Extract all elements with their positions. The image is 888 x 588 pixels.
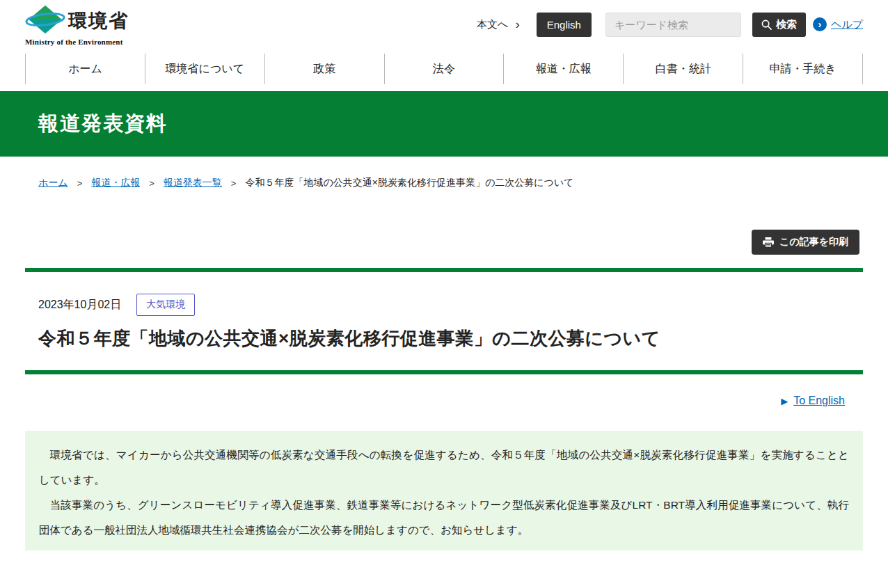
- category-badge[interactable]: 大気環境: [136, 294, 195, 316]
- breadcrumb-separator: >: [231, 178, 237, 189]
- nav-item-laws[interactable]: 法令: [384, 54, 504, 84]
- breadcrumb-separator: >: [149, 178, 154, 189]
- moe-logo-icon: [25, 3, 65, 39]
- chevron-right-icon: ›: [515, 17, 519, 31]
- site-header: 環境省 Ministry of the Environment 本文へ › En…: [0, 0, 888, 49]
- nav-item-policy[interactable]: 政策: [264, 54, 384, 84]
- article-meta: 2023年10月02日 大気環境: [38, 294, 863, 316]
- help-link-label: ヘルプ: [831, 18, 863, 31]
- nav-item-press[interactable]: 報道・広報: [503, 54, 623, 84]
- breadcrumb-link-press[interactable]: 報道・広報: [91, 177, 140, 189]
- logo-title: 環境省: [68, 8, 129, 33]
- site-logo[interactable]: 環境省 Ministry of the Environment: [25, 3, 129, 46]
- to-english-link[interactable]: ▶ To English: [781, 395, 845, 407]
- english-button[interactable]: English: [537, 13, 592, 37]
- article-body: 環境省では、マイカーから公共交通機関等の低炭素な交通手段への転換を促進するため、…: [25, 431, 863, 550]
- search-input[interactable]: [605, 13, 741, 37]
- nav-item-home[interactable]: ホーム: [25, 54, 145, 84]
- skip-to-content-link[interactable]: 本文へ ›: [477, 18, 520, 31]
- logo-subtitle: Ministry of the Environment: [25, 38, 129, 46]
- search-button[interactable]: 検索: [752, 13, 806, 37]
- printer-icon: [763, 237, 774, 248]
- to-english-row: ▶ To English: [25, 395, 845, 407]
- print-button-label: この記事を印刷: [779, 236, 848, 248]
- search-button-label: 検索: [776, 18, 797, 31]
- to-english-label: To English: [793, 395, 845, 407]
- nav-item-about[interactable]: 環境省について: [145, 54, 264, 84]
- skip-link-label: 本文へ: [477, 18, 508, 31]
- article-paragraph: 環境省では、マイカーから公共交通機関等の低炭素な交通手段への転換を促進するため、…: [39, 443, 849, 493]
- page-banner: 報道発表資料: [0, 91, 888, 157]
- breadcrumb-separator: >: [77, 178, 83, 189]
- divider-top: [25, 268, 863, 272]
- search-icon: [761, 19, 772, 30]
- breadcrumb: ホーム > 報道・広報 > 報道発表一覧 > 令和５年度「地域の公共交通×脱炭素…: [38, 177, 863, 189]
- print-button[interactable]: この記事を印刷: [752, 230, 859, 255]
- page-banner-title: 報道発表資料: [38, 110, 168, 138]
- triangle-right-icon: ▶: [781, 396, 788, 406]
- article-title: 令和５年度「地域の公共交通×脱炭素化移行促進事業」の二次公募について: [38, 326, 863, 351]
- breadcrumb-current: 令和５年度「地域の公共交通×脱炭素化移行促進事業」の二次公募について: [245, 177, 573, 189]
- global-nav: ホーム 環境省について 政策 法令 報道・広報 白書・統計 申請・手続き: [0, 49, 888, 89]
- help-circle-icon: ›: [813, 17, 827, 31]
- divider-bottom: [25, 370, 863, 374]
- print-row: この記事を印刷: [25, 230, 859, 255]
- help-link[interactable]: › ヘルプ: [813, 17, 863, 31]
- nav-item-whitepaper[interactable]: 白書・統計: [623, 54, 743, 84]
- breadcrumb-link-home[interactable]: ホーム: [38, 177, 68, 189]
- nav-item-procedures[interactable]: 申請・手続き: [743, 54, 863, 84]
- article-date: 2023年10月02日: [38, 298, 121, 312]
- breadcrumb-link-press-list[interactable]: 報道発表一覧: [164, 177, 222, 189]
- article-paragraph: 当該事業のうち、グリーンスローモビリティ導入促進事業、鉄道事業等におけるネットワ…: [39, 493, 849, 543]
- header-utilities: 本文へ › English 検索 › ヘルプ: [477, 13, 863, 37]
